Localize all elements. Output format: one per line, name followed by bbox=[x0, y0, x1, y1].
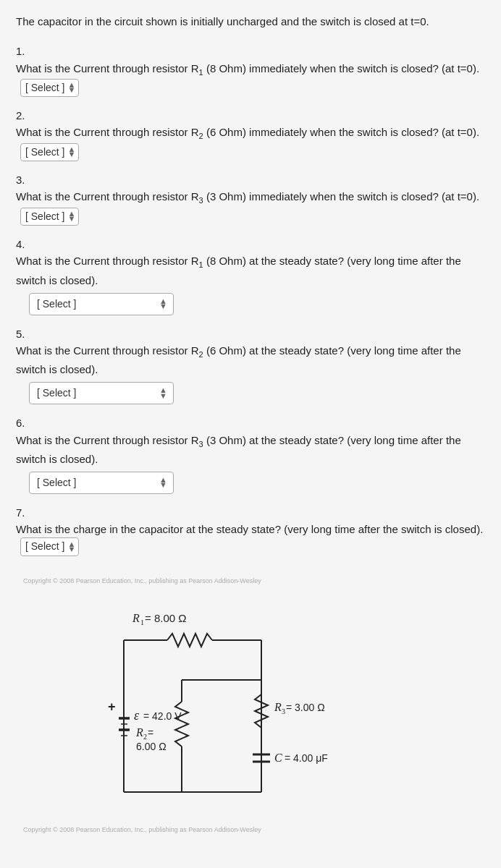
question-2-line: 2.What is the Current through resistor R… bbox=[16, 107, 485, 161]
q4-text: What is the Current through resistor R1 … bbox=[16, 252, 485, 288]
q6-num: 6. bbox=[16, 414, 25, 431]
q1-arrow: ▲▼ bbox=[67, 82, 75, 93]
r2-sub-c: 2 bbox=[143, 733, 147, 741]
plus-c: + bbox=[108, 699, 116, 714]
question-4: 4.What is the Current through resistor R… bbox=[16, 236, 485, 315]
q2-select-label: [ Select ] bbox=[25, 145, 64, 161]
q4-select-label: [ Select ] bbox=[37, 297, 159, 312]
q3-select-label: [ Select ] bbox=[25, 209, 64, 225]
question-1: 1.What is the Current through resistor R… bbox=[16, 43, 485, 97]
c-it-c: C bbox=[274, 752, 282, 764]
intro-content: The capacitor in the circuit shown is in… bbox=[16, 15, 429, 27]
intro-text: The capacitor in the circuit shown is in… bbox=[16, 13, 485, 30]
r3-val-c: = 3.00 Ω bbox=[286, 702, 325, 713]
q7-arrow: ▲▼ bbox=[67, 542, 75, 553]
q4-arrow: ▲▼ bbox=[159, 299, 167, 310]
copyright-text: Copyright © 2008 Pearson Education, Inc.… bbox=[23, 576, 485, 587]
question-4-line: 4.What is the Current through resistor R… bbox=[16, 236, 485, 289]
question-3-line: 3.What is the Current through resistor R… bbox=[16, 171, 485, 226]
circuit-svg-clean: R 1 = 8.00 Ω + ε = 42.0 V R 2 = 6.00 Ω R… bbox=[95, 604, 413, 821]
r2-eq-c: = bbox=[148, 727, 153, 739]
question-2: 2.What is the Current through resistor R… bbox=[16, 107, 485, 161]
q6-arrow: ▲▼ bbox=[159, 477, 167, 488]
q2-text: What is the Current through resistor R2 … bbox=[16, 124, 479, 142]
question-1-line: 1.What is the Current through resistor R… bbox=[16, 43, 485, 97]
q4-select[interactable]: [ Select ] ▲▼ bbox=[29, 293, 174, 315]
q5-text: What is the Current through resistor R2 … bbox=[16, 342, 485, 378]
r2-val-c: 6.00 Ω bbox=[136, 741, 167, 752]
q7-text: What is the charge in the capacitor at t… bbox=[16, 521, 483, 537]
copyright-text-c: Copyright © 2008 Pearson Education, Inc.… bbox=[23, 825, 485, 835]
q2-arrow: ▲▼ bbox=[67, 147, 75, 158]
r1-val-c: = 8.00 Ω bbox=[145, 612, 187, 624]
r1-it: R bbox=[132, 612, 140, 624]
circuit-diagram-clean: R 1 = 8.00 Ω + ε = 42.0 V R 2 = 6.00 Ω R… bbox=[16, 604, 485, 835]
question-5: 5.What is the Current through resistor R… bbox=[16, 326, 485, 405]
emf-val-c: = 42.0 V bbox=[143, 710, 182, 722]
q6-select[interactable]: [ Select ] ▲▼ bbox=[29, 472, 174, 494]
q3-arrow: ▲▼ bbox=[67, 211, 75, 222]
q5-select-label: [ Select ] bbox=[37, 386, 159, 401]
r1-sub-c: 1 bbox=[140, 618, 144, 626]
q5-select[interactable]: [ Select ] ▲▼ bbox=[29, 382, 174, 404]
q2-num: 2. bbox=[16, 107, 25, 124]
q2-select[interactable]: [ Select ] ▲▼ bbox=[20, 143, 79, 162]
q6-text: What is the Current through resistor R3 … bbox=[16, 432, 485, 467]
q3-num: 3. bbox=[16, 171, 25, 188]
question-7-line: 7.What is the charge in the capacitor at… bbox=[16, 504, 485, 556]
q3-select[interactable]: [ Select ] ▲▼ bbox=[20, 208, 79, 226]
circuit-diagram: R 1 = 8.00 Ω + ε = 42.0 V R 2 bbox=[16, 576, 485, 587]
q7-select[interactable]: [ Select ] ▲▼ bbox=[20, 537, 79, 556]
emf-c: ε bbox=[134, 708, 140, 723]
q1-num: 1. bbox=[16, 43, 25, 59]
question-3: 3.What is the Current through resistor R… bbox=[16, 171, 485, 226]
q5-arrow: ▲▼ bbox=[159, 388, 167, 399]
q1-text: What is the Current through resistor R1 … bbox=[16, 60, 479, 79]
r3-sub-c: 3 bbox=[282, 707, 285, 715]
q3-text: What is the Current through resistor R3 … bbox=[16, 188, 479, 207]
q1-select[interactable]: [ Select ] ▲▼ bbox=[20, 79, 79, 98]
question-7: 7.What is the charge in the capacitor at… bbox=[16, 504, 485, 556]
question-5-line: 5.What is the Current through resistor R… bbox=[16, 326, 485, 378]
q1-select-label: [ Select ] bbox=[25, 80, 64, 96]
q7-select-label: [ Select ] bbox=[25, 539, 64, 555]
question-6: 6.What is the Current through resistor R… bbox=[16, 414, 485, 494]
question-6-line: 6.What is the Current through resistor R… bbox=[16, 414, 485, 467]
q4-num: 4. bbox=[16, 236, 25, 252]
questions-container: 1.What is the Current through resistor R… bbox=[16, 43, 485, 556]
q7-num: 7. bbox=[16, 504, 25, 521]
q5-num: 5. bbox=[16, 326, 25, 342]
c-val-c: = 4.00 μF bbox=[285, 752, 328, 764]
q6-select-label: [ Select ] bbox=[37, 475, 159, 490]
r3-it-c: R bbox=[274, 701, 282, 713]
r2-it-c: R bbox=[135, 726, 143, 739]
